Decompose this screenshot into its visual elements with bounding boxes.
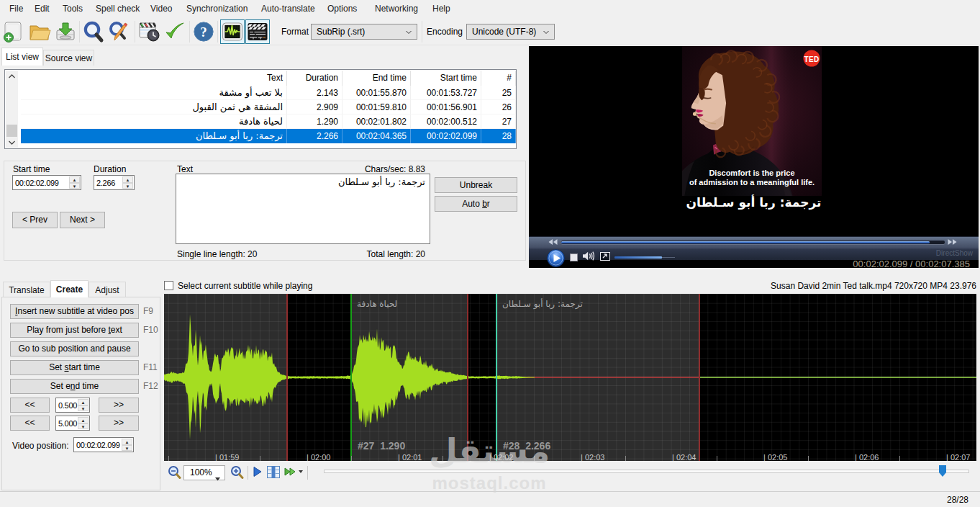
find-button[interactable] (82, 20, 105, 43)
column-header-number[interactable]: # (481, 71, 516, 86)
waveform-position-slider[interactable] (324, 470, 969, 473)
spinner-up-icon[interactable]: ▲ (122, 439, 132, 445)
waveform-mode-button[interactable] (267, 466, 280, 480)
tab-source-view[interactable]: Source view (43, 50, 94, 66)
video-seek-bar[interactable] (561, 241, 945, 244)
waveform-zoom-select[interactable]: 100% (183, 465, 225, 480)
open-file-button[interactable] (28, 20, 51, 43)
encoding-select[interactable]: Unicode (UTF-8) (466, 24, 555, 40)
spinner-down-icon[interactable]: ▼ (122, 183, 133, 189)
menu-spell-check[interactable]: Spell check (96, 3, 140, 14)
column-header-end-time[interactable]: End time (342, 71, 411, 86)
list-scrollbar[interactable] (6, 71, 18, 148)
auto-br-button[interactable]: Auto br (435, 196, 517, 212)
spell-check-button[interactable] (163, 20, 186, 43)
save-button[interactable] (54, 20, 77, 43)
zoom-out-button[interactable] (168, 465, 181, 482)
video-position-input[interactable]: 00:02:02.099 ▲▼ (73, 437, 134, 452)
waveform-view[interactable]: لحياة هادفة#27 1.290ترجمة: ربا أبو سـلطا… (164, 294, 976, 461)
menu-networking[interactable]: Networking (375, 3, 418, 14)
spinner-buttons[interactable]: ▲▼ (69, 176, 80, 189)
menu-video[interactable]: Video (150, 3, 172, 14)
seek-back-icon[interactable] (548, 239, 558, 245)
help-button[interactable]: ? (192, 20, 215, 43)
seek-forward-icon[interactable] (948, 239, 957, 245)
format-select[interactable]: SubRip (.srt) (311, 24, 417, 40)
menu-synchronization[interactable]: Synchronization (186, 3, 248, 14)
spinner-buttons[interactable]: ▲▼ (78, 399, 89, 411)
f9-label: F9 (143, 306, 153, 316)
spinner-buttons[interactable]: ▲▼ (122, 176, 133, 189)
waveform-position-thumb[interactable] (939, 465, 946, 477)
playback-speed-button[interactable] (284, 467, 303, 479)
column-header-duration[interactable]: Duration (287, 71, 342, 86)
tab-translate[interactable]: Translate (3, 282, 50, 297)
spinner-down-icon[interactable]: ▼ (69, 183, 80, 189)
spinner-down-icon[interactable]: ▼ (78, 423, 89, 430)
play-before-text-button[interactable]: Play from just before text (10, 323, 139, 338)
select-subtitle-checkbox[interactable] (164, 281, 173, 290)
spinner-buttons[interactable]: ▲▼ (122, 439, 132, 451)
button-label: ext (111, 325, 122, 335)
menu-edit[interactable]: Edit (35, 3, 50, 14)
video-player[interactable]: TED Discomfort is the price of admission… (529, 46, 979, 268)
tab-list-view[interactable]: List view (1, 48, 43, 66)
spinner-up-icon[interactable]: ▲ (69, 176, 80, 183)
scroll-up-icon[interactable] (6, 71, 18, 81)
column-header-start-time[interactable]: Start time (411, 71, 481, 86)
zoom-in-button[interactable] (230, 465, 244, 482)
button-label: tart time (69, 362, 100, 372)
fullscreen-icon[interactable] (600, 252, 610, 261)
insert-subtitle-button[interactable]: Insert new subtitle at video pos (10, 304, 139, 319)
waveform-toggle-button[interactable] (220, 19, 245, 44)
subtitle-text-area[interactable]: ترجمة: ربا أبو سـلطان (176, 174, 430, 244)
prev-button[interactable]: < Prev (12, 212, 58, 228)
menu-auto-translate[interactable]: Auto-translate (261, 3, 315, 14)
menu-tools[interactable]: Tools (63, 3, 83, 14)
new-file-button[interactable] (2, 20, 25, 43)
replace-button[interactable] (107, 20, 130, 43)
stop-button[interactable] (570, 254, 578, 261)
large-step-input[interactable]: 5.000 ▲▼ (55, 416, 90, 431)
seek-back-large-button[interactable]: << (10, 416, 50, 431)
set-end-time-button[interactable]: Set end time (10, 379, 139, 394)
video-position-label: Video position: (12, 441, 69, 451)
scroll-down-icon[interactable] (6, 137, 18, 148)
spell-check-icon (163, 20, 186, 43)
spinner-down-icon[interactable]: ▼ (122, 445, 132, 452)
tab-adjust[interactable]: Adjust (89, 282, 126, 297)
seek-fwd-small-button[interactable]: >> (99, 398, 139, 413)
set-start-time-button[interactable]: Set start time (10, 360, 139, 375)
menu-help[interactable]: Help (432, 3, 450, 14)
waveform-play-button[interactable] (253, 467, 262, 479)
menu-options[interactable]: Options (327, 3, 357, 14)
unbreak-button[interactable]: Unbreak (435, 177, 517, 193)
table-row[interactable]: المشقة هي ثمن القبول 2.909 00:01:59.810 … (21, 100, 516, 115)
goto-sub-position-button[interactable]: Go to sub position and pause (10, 341, 139, 356)
table-row[interactable]: بلا تعب أو مشقة 2.143 00:01:55.870 00:01… (21, 86, 516, 100)
tab-create[interactable]: Create (50, 280, 89, 297)
next-button[interactable]: Next > (60, 212, 105, 228)
start-time-input[interactable]: 00:02:02.099 ▲▼ (12, 175, 81, 190)
volume-slider[interactable] (614, 256, 662, 259)
spinner-down-icon[interactable]: ▼ (78, 405, 89, 412)
table-row[interactable]: لحياة هادفة 1.290 00:02:01.802 00:02:00.… (21, 115, 516, 129)
spinner-up-icon[interactable]: ▲ (78, 399, 89, 405)
column-header-text[interactable]: Text (21, 71, 287, 86)
table-header: Text Duration End time Start time # (21, 71, 516, 86)
menu-file[interactable]: File (9, 3, 23, 14)
volume-icon[interactable] (583, 251, 595, 261)
table-row-selected[interactable]: ترجمة: ربا أبو سـلطان 2.266 00:02:04.365… (21, 129, 516, 143)
visual-sync-button[interactable] (137, 20, 160, 43)
toolbar-separator (217, 21, 218, 42)
seek-fwd-large-button[interactable]: >> (99, 416, 139, 431)
spinner-buttons[interactable]: ▲▼ (78, 417, 89, 429)
small-step-input[interactable]: 0.500 ▲▼ (55, 398, 90, 413)
duration-input[interactable]: 2.266 ▲▼ (94, 175, 135, 190)
video-toggle-button[interactable] (245, 19, 270, 44)
scroll-thumb[interactable] (6, 125, 17, 137)
spinner-up-icon[interactable]: ▲ (122, 176, 133, 183)
spinner-up-icon[interactable]: ▲ (78, 417, 89, 423)
seek-back-small-button[interactable]: << (10, 398, 50, 413)
play-button[interactable] (547, 249, 565, 267)
